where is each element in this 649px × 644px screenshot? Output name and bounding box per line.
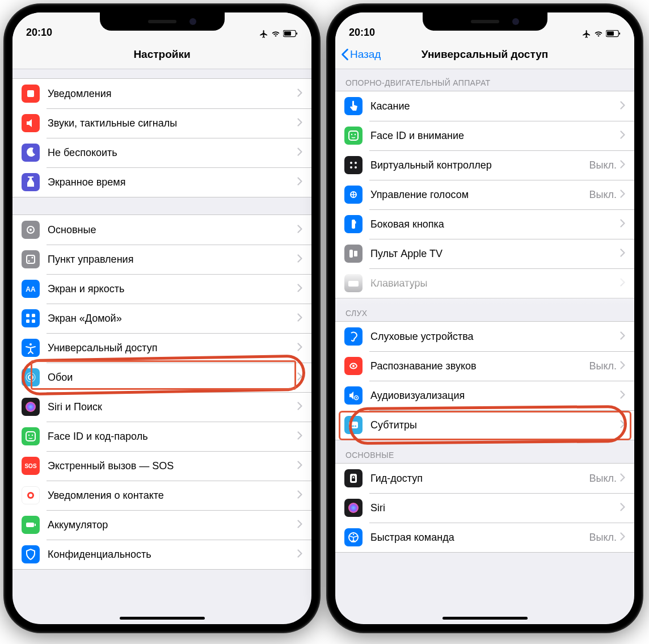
sos-icon: SOS bbox=[22, 457, 40, 475]
home-indicator[interactable] bbox=[120, 617, 205, 620]
settings-row-switch[interactable]: Виртуальный контроллер Выкл. bbox=[335, 150, 634, 180]
back-button[interactable]: Назад bbox=[341, 48, 381, 61]
settings-row-faceid[interactable]: Face ID и внимание bbox=[335, 121, 634, 150]
settings-row-audiovis[interactable]: Аудиовизуализация bbox=[335, 381, 634, 410]
section-header: ОПОРНО-ДВИГАТЕЛЬНЫЙ АППАРАТ bbox=[335, 68, 634, 91]
settings-row-sos[interactable]: SOS Экстренный вызов — SOS bbox=[12, 451, 311, 481]
section-header: ОСНОВНЫЕ bbox=[335, 440, 634, 463]
nav-bar: Назад Универсальный доступ bbox=[335, 40, 634, 69]
svg-rect-50 bbox=[352, 478, 355, 481]
settings-row-label: Быстрая команда bbox=[370, 532, 589, 544]
wifi-icon bbox=[271, 30, 281, 38]
nav-bar: Настройки bbox=[12, 40, 311, 69]
hearingdev-icon bbox=[344, 327, 363, 346]
settings-row-subtitles[interactable]: Субтитры bbox=[335, 410, 634, 440]
settings-row-label: Гид-доступ bbox=[370, 473, 589, 485]
settings-row-siri2[interactable]: Siri bbox=[335, 493, 634, 523]
settings-row-display[interactable]: AA Экран и яркость bbox=[12, 274, 311, 304]
airplane-icon bbox=[259, 30, 268, 39]
svg-point-35 bbox=[350, 166, 352, 169]
settings-row-notifications[interactable]: Уведомления bbox=[12, 79, 311, 108]
settings-row-label: Экстренный вызов — SOS bbox=[48, 460, 297, 472]
settings-row-label: Уведомления о контакте bbox=[48, 490, 297, 502]
svg-point-45 bbox=[356, 397, 357, 398]
status-indicators bbox=[259, 30, 298, 39]
settings-row-accessibility[interactable]: Универсальный доступ bbox=[12, 333, 311, 363]
settings-row-touch[interactable]: Касание bbox=[335, 91, 634, 121]
svg-rect-29 bbox=[619, 32, 620, 35]
settings-row-guided[interactable]: Гид-доступ Выкл. bbox=[335, 464, 634, 493]
chevron-right-icon bbox=[297, 118, 302, 129]
status-time: 20:10 bbox=[349, 27, 406, 39]
settings-row-siri[interactable]: Siri и Поиск bbox=[12, 392, 311, 422]
settings-row-hearingdev[interactable]: Слуховые устройства bbox=[335, 322, 634, 351]
settings-row-label: Экран и яркость bbox=[48, 283, 297, 295]
settings-row-dnd[interactable]: Не беспокоить bbox=[12, 138, 311, 167]
settings-row-side[interactable]: Боковая кнопка bbox=[335, 209, 634, 239]
chevron-right-icon bbox=[297, 225, 302, 235]
svg-rect-25 bbox=[35, 524, 36, 526]
settings-row-value: Выкл. bbox=[589, 360, 617, 372]
svg-rect-13 bbox=[32, 319, 35, 323]
faceid-icon bbox=[22, 427, 40, 445]
chevron-left-icon bbox=[341, 48, 349, 61]
sounds-icon bbox=[22, 114, 40, 132]
settings-row-value: Выкл. bbox=[589, 473, 617, 485]
svg-rect-11 bbox=[32, 314, 35, 317]
subtitles-icon bbox=[344, 416, 363, 434]
settings-row-controlcenter[interactable]: Пункт управления bbox=[12, 245, 311, 274]
settings-row-label: Основные bbox=[48, 224, 297, 236]
settings-row-voice[interactable]: Управление голосом Выкл. bbox=[335, 180, 634, 209]
general-icon bbox=[22, 221, 40, 239]
svg-rect-28 bbox=[607, 31, 614, 35]
settings-row-general[interactable]: Основные bbox=[12, 215, 311, 245]
settings-row-keyboards[interactable]: Клавиатуры bbox=[335, 268, 634, 298]
settings-row-faceid[interactable]: Face ID и код-пароль bbox=[12, 422, 311, 451]
phone-mockup-right: 20:10 Назад Универсальный доступ ОПОРНО-… bbox=[327, 5, 642, 632]
settings-row-label: Виртуальный контроллер bbox=[370, 159, 589, 171]
status-time: 20:10 bbox=[26, 27, 83, 39]
settings-row-soundrec[interactable]: Распознавание звуков Выкл. bbox=[335, 351, 634, 381]
svg-point-7 bbox=[28, 260, 30, 262]
settings-row-label: Управление голосом bbox=[370, 189, 589, 201]
svg-point-34 bbox=[355, 162, 357, 164]
settings-row-homescreen[interactable]: Экран «Домой» bbox=[12, 304, 311, 333]
controlcenter-icon bbox=[22, 250, 40, 268]
settings-row-value: Выкл. bbox=[589, 189, 617, 201]
soundrec-icon bbox=[344, 357, 363, 375]
page-title: Универсальный доступ bbox=[422, 48, 548, 61]
svg-point-31 bbox=[351, 134, 352, 135]
settings-row-exposure[interactable]: Уведомления о контакте bbox=[12, 481, 311, 510]
chevron-right-icon bbox=[620, 131, 625, 141]
airplane-icon bbox=[582, 30, 591, 39]
svg-point-19 bbox=[28, 435, 30, 436]
svg-point-51 bbox=[348, 503, 359, 513]
settings-row-battery[interactable]: Аккумулятор bbox=[12, 510, 311, 540]
svg-rect-24 bbox=[26, 523, 34, 527]
chevron-right-icon bbox=[297, 254, 302, 265]
chevron-right-icon bbox=[620, 190, 625, 200]
settings-row-label: Не беспокоить bbox=[48, 147, 297, 159]
settings-row-label: Face ID и внимание bbox=[370, 130, 620, 142]
chevron-right-icon bbox=[297, 284, 302, 294]
settings-row-label: Звуки, тактильные сигналы bbox=[48, 117, 297, 129]
chevron-right-icon bbox=[620, 278, 625, 289]
chevron-right-icon bbox=[620, 331, 625, 342]
appletv-icon bbox=[344, 245, 363, 263]
siri2-icon bbox=[344, 499, 363, 517]
chevron-right-icon bbox=[620, 390, 625, 401]
chevron-right-icon bbox=[297, 343, 302, 353]
home-indicator[interactable] bbox=[442, 617, 528, 620]
settings-row-sounds[interactable]: Звуки, тактильные сигналы bbox=[12, 108, 311, 138]
chevron-right-icon bbox=[620, 473, 625, 484]
settings-row-wallpaper[interactable]: Обои bbox=[12, 363, 311, 392]
svg-rect-30 bbox=[349, 131, 358, 140]
settings-row-appletv[interactable]: Пульт Apple TV bbox=[335, 239, 634, 268]
chevron-right-icon bbox=[620, 160, 625, 171]
settings-row-label: Универсальный доступ bbox=[48, 342, 297, 354]
settings-row-shortcut[interactable]: Быстрая команда Выкл. bbox=[335, 523, 634, 552]
settings-row-label: Face ID и код-пароль bbox=[48, 431, 297, 443]
settings-row-screentime[interactable]: Экранное время bbox=[12, 167, 311, 197]
settings-row-privacy[interactable]: Конфиденциальность bbox=[12, 540, 311, 569]
svg-rect-2 bbox=[296, 32, 297, 35]
